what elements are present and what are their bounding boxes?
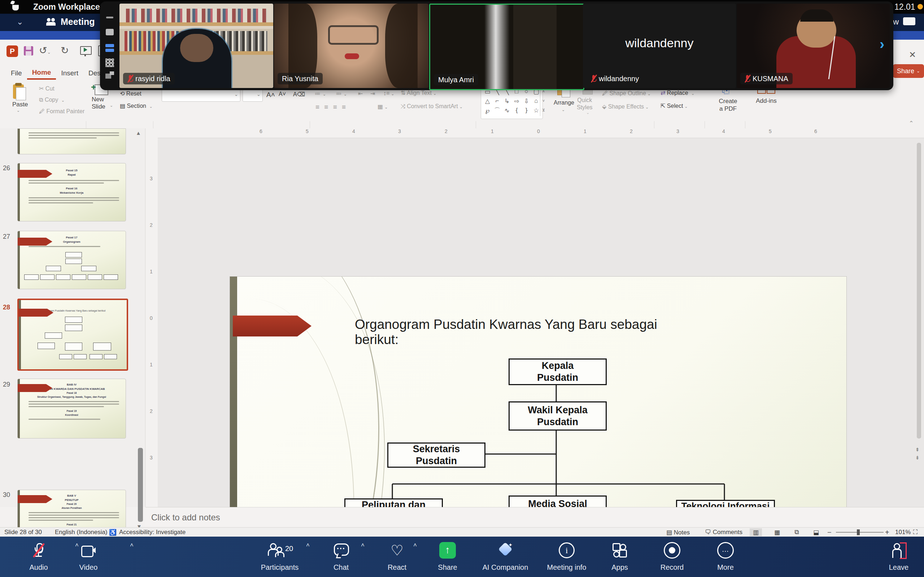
tab-home[interactable]: Home: [27, 67, 56, 80]
increase-indent-button[interactable]: ⇥: [370, 90, 375, 97]
video-options-caret[interactable]: ˄: [130, 542, 134, 549]
columns-button[interactable]: ▦⌄: [378, 103, 388, 110]
video-tile-wildandenny[interactable]: wildandenny wildandenny: [583, 3, 736, 88]
line-spacing-button[interactable]: ↕≡⌄: [383, 90, 394, 97]
accessibility-status[interactable]: Accessibility: Investigate: [119, 529, 186, 536]
notes-pane[interactable]: Click to add notes: [145, 507, 924, 528]
chat-options-caret[interactable]: ˄: [361, 542, 365, 549]
strip-grid-view-icon[interactable]: [104, 58, 115, 67]
zoom-out-button[interactable]: −: [827, 528, 832, 537]
tab-insert[interactable]: Insert: [56, 68, 83, 79]
collapse-chevron-icon[interactable]: ⌄: [16, 17, 23, 27]
zoom-tab-meeting[interactable]: Meeting: [61, 16, 95, 27]
window-light: [485, 5, 510, 89]
record-icon: [654, 541, 690, 560]
strip-gallery-strip-icon[interactable]: [104, 44, 115, 52]
section-button[interactable]: ▤ Section ⌄: [120, 102, 153, 109]
video-button[interactable]: Video: [69, 541, 108, 572]
view-slideshow-button[interactable]: ⬓: [810, 528, 822, 536]
align-text-button[interactable]: ⇅ Align Text⌄: [401, 89, 436, 96]
collapse-ribbon-button[interactable]: ⌃: [909, 120, 914, 127]
thumbnail-scroll-up[interactable]: ▲: [136, 130, 141, 136]
strip-window-view-icon[interactable]: [104, 71, 115, 79]
language-indicator[interactable]: English (Indonesia): [55, 529, 108, 536]
video-tile-ria[interactable]: Ria Yusnita: [274, 3, 428, 88]
slide-indicator[interactable]: Slide 28 of 30: [4, 529, 42, 536]
leave-button[interactable]: Leave: [881, 541, 917, 572]
meeting-info-button[interactable]: i Meeting info: [540, 541, 594, 572]
zoom-in-button[interactable]: +: [885, 528, 889, 537]
cut-button[interactable]: ✂ Cut: [39, 85, 55, 92]
react-options-caret[interactable]: ˄: [413, 542, 417, 549]
close-pane-button[interactable]: ✕: [909, 50, 916, 60]
next-participants-chevron[interactable]: ›: [880, 36, 884, 52]
share-screen-button[interactable]: ↑ Share: [430, 541, 465, 572]
thumbnail-slide-27[interactable]: Pasal 17 Organogram: [17, 231, 126, 289]
decrease-indent-button[interactable]: ⇤: [358, 90, 363, 97]
audio-button[interactable]: Audio: [19, 541, 58, 572]
strip-minimize-icon[interactable]: [104, 16, 115, 18]
participants-button[interactable]: 20 Participants: [249, 541, 310, 572]
notes-placeholder[interactable]: Click to add notes: [151, 513, 220, 522]
record-button[interactable]: Record: [654, 541, 690, 572]
bullets-button[interactable]: ≔⌄: [315, 90, 327, 97]
shrink-font-button[interactable]: A˅: [279, 91, 286, 97]
format-painter-button[interactable]: 🖉 Format Painter: [39, 108, 84, 115]
view-layout-icon[interactable]: [903, 17, 915, 25]
numbering-button[interactable]: ≕⌄: [336, 90, 347, 97]
zoom-slider-thumb[interactable]: [857, 529, 860, 535]
comments-toggle[interactable]: 🗨 Comments: [705, 529, 743, 536]
clear-formatting-button[interactable]: A⌫: [293, 91, 305, 98]
ai-companion-button[interactable]: ✦ AI Companion: [477, 541, 534, 572]
start-slideshow-icon[interactable]: [80, 46, 92, 55]
hair-right: [385, 3, 418, 88]
view-sorter-button[interactable]: ▦: [771, 528, 783, 536]
select-button[interactable]: ⇱ Select⌄: [661, 102, 688, 109]
save-icon[interactable]: [24, 46, 33, 56]
paste-button[interactable]: Paste ⌄: [11, 84, 27, 112]
thumbnail-slide-28-selected[interactable]: Organogram Pusdatin Kwarnas Yang Baru se…: [17, 298, 128, 371]
hair: [800, 10, 834, 22]
shape-effects-button[interactable]: ⬙ Shape Effects⌄: [602, 103, 649, 110]
ppt-share-button[interactable]: Share⌄: [893, 64, 924, 78]
strip-speaker-view-icon[interactable]: [104, 29, 115, 35]
video-tile-rasyid[interactable]: rasyid ridla: [120, 3, 273, 88]
react-button[interactable]: ♡ React: [377, 541, 417, 572]
prev-next-slide-buttons[interactable]: ⇞⇟: [915, 446, 920, 462]
menubar-app-name[interactable]: Zoom Workplace: [33, 2, 100, 12]
shape-gallery[interactable]: ▭╲╲□○▢ △⌐↳⇨⇩⌂ ℘⌒∿{}☆: [481, 86, 543, 119]
more-button[interactable]: … More: [708, 541, 743, 572]
video-tile-mulya-active[interactable]: Mulya Amri: [429, 3, 584, 90]
notes-toggle[interactable]: ▤ Notes: [666, 529, 690, 536]
shape-outline-button[interactable]: 🖉 Shape Outline⌄: [602, 90, 651, 97]
copy-button[interactable]: ⧉ Copy ⌄: [39, 97, 65, 103]
redo-icon[interactable]: ↻: [61, 45, 69, 56]
view-reading-button[interactable]: ⧉: [790, 528, 803, 536]
undo-icon[interactable]: ↺⌄: [39, 45, 51, 56]
zoom-percent[interactable]: 101%: [895, 529, 911, 536]
tab-file[interactable]: File: [6, 68, 27, 79]
thumbnail-number: 30: [3, 491, 16, 499]
fit-to-window-button[interactable]: ⛶: [913, 529, 918, 536]
align-buttons[interactable]: ≡ ≡ ≡ ≡: [315, 103, 347, 111]
reset-button[interactable]: ⟲ Reset: [120, 90, 142, 97]
thumbnail-slide-25-partial[interactable]: [17, 128, 126, 154]
thumbnail-slide-26[interactable]: Pasal 15 Rapat Pasal 16 Mekanisme Kerja: [17, 163, 126, 221]
org-box-kepala: Kepala Pusdatin: [509, 358, 607, 385]
font-size-combo[interactable]: [242, 89, 263, 102]
replace-button[interactable]: ⇄ Replace ⌄: [661, 89, 695, 96]
zoom-slider-track[interactable]: [836, 532, 884, 533]
shape-gallery-scroll[interactable]: ˄˅⊻: [540, 87, 547, 116]
video-tile-kusmana[interactable]: KUSMANA: [737, 3, 890, 88]
convert-smartart-button[interactable]: ⤨ Convert to SmartArt⌄: [401, 103, 463, 110]
thumbnail-slide-29[interactable]: BAB IV PUSDATIN KWARDA DAN PUSDATIN KWAR…: [17, 379, 126, 438]
apps-button[interactable]: Apps: [604, 541, 636, 572]
powerpoint-app-icon[interactable]: P: [6, 45, 18, 57]
participants-options-caret[interactable]: ˄: [306, 542, 310, 549]
chat-button[interactable]: Chat: [321, 541, 361, 572]
editor-scrollbar[interactable]: [917, 143, 921, 438]
grow-font-button[interactable]: A˄: [267, 91, 275, 99]
view-normal-button[interactable]: ▥: [750, 528, 762, 536]
font-name-combo[interactable]: [162, 89, 241, 102]
thumbnail-scrollbar-thumb[interactable]: [138, 448, 143, 522]
